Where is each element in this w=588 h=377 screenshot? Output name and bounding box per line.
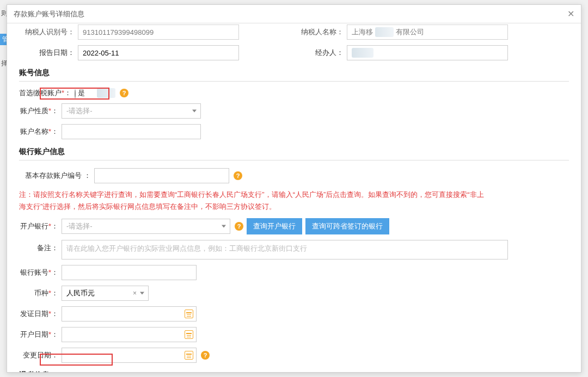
prefer-yes-label: 是	[78, 89, 85, 97]
bank-no-row: 银行账号*：	[19, 265, 569, 280]
currency-row: 币种*： ×	[19, 286, 569, 301]
section-refund-info: 退税信息	[19, 368, 569, 372]
change-date-input[interactable]	[62, 348, 197, 363]
help-icon[interactable]: ?	[234, 171, 242, 180]
section-bank-info: 银行账户信息	[19, 145, 569, 160]
basic-deposit-no-input[interactable]	[94, 168, 229, 183]
help-icon[interactable]: ?	[235, 222, 243, 231]
taxpayer-name-label: 纳税人名称：	[298, 27, 347, 37]
section-account-info: 账号信息	[19, 66, 569, 82]
operator-input[interactable]	[347, 45, 508, 60]
issue-date-row: 发证日期*：	[19, 306, 569, 322]
remark-row: 备注：	[19, 240, 569, 259]
report-date-input[interactable]	[78, 45, 239, 60]
account-name-row: 账户名称*：	[19, 124, 569, 139]
issue-date-label: 发证日期*：	[19, 309, 62, 319]
currency-label: 币种*：	[19, 288, 62, 298]
deposit-account-detail-modal: 存款账户账号详细信息 ✕ 纳税人识别号： 纳税人名称： 上海移 有限公司 报告日…	[7, 4, 581, 373]
basic-deposit-no-row: 基本存款账户编号 ： ?	[19, 168, 569, 183]
report-date-label: 报告日期：	[19, 48, 78, 58]
prefer-tax-account-row: 首选缴税账户*： 是 ?	[19, 88, 569, 98]
taxpayer-name-prefix: 上海移	[352, 27, 373, 37]
calendar-icon[interactable]	[185, 330, 193, 339]
clear-icon[interactable]: ×	[133, 289, 137, 297]
prefer-yes-radio[interactable]	[75, 89, 76, 98]
account-nature-select[interactable]	[62, 103, 201, 119]
remark-textarea[interactable]	[62, 240, 508, 259]
taxpayer-name-suffix: 有限公司	[396, 27, 424, 37]
redacted-block	[375, 27, 394, 37]
open-bank-select[interactable]	[62, 219, 230, 234]
account-name-input[interactable]	[62, 124, 201, 139]
calendar-icon[interactable]	[185, 351, 193, 360]
modal-header: 存款账户账号详细信息 ✕	[7, 5, 581, 23]
bank-no-label: 银行账号*：	[19, 268, 62, 277]
prefer-tax-account-label: 首选缴税账户*：	[19, 88, 71, 98]
query-open-bank-button[interactable]: 查询开户银行	[247, 218, 302, 234]
close-icon[interactable]: ✕	[567, 5, 574, 23]
chevron-down-icon	[140, 292, 144, 295]
chevron-down-icon	[222, 225, 226, 228]
report-row: 报告日期： 经办人：	[19, 45, 569, 60]
operator-label: 经办人：	[298, 48, 347, 58]
taxpayer-row: 纳税人识别号： 纳税人名称： 上海移 有限公司	[19, 24, 569, 40]
chevron-down-icon	[192, 110, 197, 113]
open-date-label: 开户日期*：	[19, 330, 62, 339]
modal-title: 存款账户账号详细信息	[14, 5, 84, 23]
redacted-block	[352, 48, 373, 58]
taxpayer-name-input[interactable]: 上海移 有限公司	[347, 24, 508, 40]
basic-deposit-no-label: 基本存款账户编号 ：	[19, 171, 94, 181]
open-date-input[interactable]	[62, 327, 197, 342]
account-nature-row: 账户性质*：	[19, 103, 569, 119]
taxpayer-id-input[interactable]	[78, 24, 239, 40]
open-bank-label: 开户银行*：	[19, 221, 62, 231]
open-date-row: 开户日期*：	[19, 327, 569, 342]
help-icon[interactable]: ?	[120, 89, 128, 97]
remark-label: 备注：	[19, 240, 62, 253]
open-bank-row: 开户银行*： ? 查询开户银行 查询可跨省签订的银行	[19, 218, 569, 234]
change-date-row: 变更日期： ?	[19, 348, 569, 363]
account-name-label: 账户名称*：	[19, 127, 62, 137]
issue-date-input[interactable]	[62, 306, 197, 322]
account-nature-label: 账户性质*：	[19, 106, 62, 116]
redacted-block	[97, 88, 115, 98]
help-icon[interactable]: ?	[201, 351, 210, 360]
bank-no-input[interactable]	[62, 265, 197, 280]
query-cross-province-bank-button[interactable]: 查询可跨省签订的银行	[305, 218, 389, 234]
calendar-icon[interactable]	[185, 310, 193, 318]
change-date-label: 变更日期：	[19, 350, 62, 360]
branch-search-note: 注：请按照支行名称关键字进行查询，如需要查询“工商银行长春人民广场支行”，请输入…	[19, 189, 487, 213]
taxpayer-id-label: 纳税人识别号：	[19, 27, 78, 37]
modal-body: 纳税人识别号： 纳税人名称： 上海移 有限公司 报告日期： 经办人：	[7, 23, 581, 372]
